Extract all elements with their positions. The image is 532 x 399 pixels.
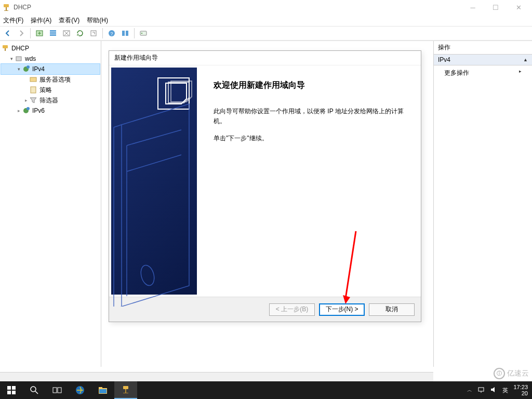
- tree-server-options[interactable]: 服务器选项: [1, 74, 100, 85]
- menu-help[interactable]: 帮助(H): [87, 16, 108, 25]
- network-icon[interactable]: [477, 386, 485, 394]
- svg-rect-40: [123, 386, 128, 389]
- ie-button[interactable]: [69, 381, 91, 399]
- tree-root[interactable]: DHCP: [1, 43, 100, 54]
- show-hide-icon[interactable]: [119, 28, 131, 39]
- delete-icon[interactable]: [61, 28, 72, 39]
- svg-rect-39: [99, 389, 107, 393]
- svg-rect-31: [12, 391, 16, 394]
- actions-section-ipv4[interactable]: IPv4 ▲: [434, 55, 532, 65]
- horizontal-scrollbar[interactable]: [0, 372, 433, 381]
- export-icon[interactable]: [88, 28, 99, 39]
- dialog-title: 新建作用域向导: [109, 51, 421, 65]
- svg-rect-6: [50, 34, 56, 36]
- caret-right-icon[interactable]: ▸: [16, 108, 22, 113]
- svg-point-32: [31, 387, 36, 392]
- svg-rect-13: [140, 31, 147, 35]
- actions-header: 操作: [434, 41, 532, 55]
- wizard-body-1: 此向导可帮助你设置一个作用域，以便将 IP 地址分发给网络上的计算机。: [214, 107, 406, 126]
- toolbar: ?: [0, 26, 532, 41]
- svg-rect-41: [125, 389, 126, 393]
- cancel-button[interactable]: 取消: [369, 303, 415, 316]
- close-button[interactable]: ✕: [507, 0, 530, 15]
- svg-rect-29: [12, 386, 16, 390]
- window-title: DHCP: [14, 4, 31, 11]
- tray-chevron-icon[interactable]: ︿: [467, 387, 472, 394]
- ime-indicator[interactable]: 英: [502, 387, 508, 394]
- svg-rect-4: [50, 30, 56, 32]
- svg-rect-43: [478, 388, 484, 391]
- dhcp-task-button[interactable]: [114, 381, 137, 399]
- dhcp-root-icon: [1, 44, 9, 52]
- svg-line-33: [35, 391, 38, 394]
- svg-rect-0: [4, 4, 9, 7]
- svg-point-23: [26, 107, 30, 110]
- tree-filters[interactable]: ▸ 筛选器: [1, 95, 100, 105]
- svg-rect-17: [16, 57, 21, 61]
- minimize-button[interactable]: ─: [461, 0, 484, 15]
- maximize-button[interactable]: ☐: [484, 0, 507, 15]
- clock[interactable]: 17:23 20: [513, 384, 528, 396]
- svg-rect-38: [99, 387, 102, 389]
- dhcp-app-icon: [2, 3, 10, 11]
- svg-rect-2: [4, 10, 8, 11]
- forward-button[interactable]: [16, 28, 27, 39]
- wizard-heading: 欢迎使用新建作用域向导: [214, 80, 406, 91]
- svg-rect-35: [58, 388, 61, 393]
- server-icon: [15, 55, 23, 63]
- svg-rect-34: [53, 388, 57, 393]
- tree-server[interactable]: ▾ wds: [1, 54, 100, 64]
- collapse-icon[interactable]: ▲: [523, 57, 528, 62]
- svg-rect-30: [7, 391, 11, 394]
- svg-rect-20: [30, 77, 36, 82]
- wizard-body-2: 单击"下一步"继续。: [214, 134, 406, 143]
- svg-rect-8: [91, 31, 96, 36]
- next-button[interactable]: 下一步(N) >: [319, 303, 365, 316]
- explorer-button[interactable]: [91, 381, 114, 399]
- help-icon[interactable]: ?: [106, 28, 117, 39]
- tree-ipv6[interactable]: ▸ IPv6: [1, 105, 100, 116]
- svg-rect-21: [31, 87, 36, 93]
- svg-rect-42: [123, 393, 128, 393]
- server-status-icon[interactable]: [138, 28, 149, 39]
- start-button[interactable]: [0, 381, 23, 399]
- window-titlebar: DHCP ─ ☐ ✕: [0, 0, 532, 15]
- tree-view[interactable]: DHCP ▾ wds ▾ IPv4 服务器选项 策略 ▸ 筛选器 ▸: [0, 41, 101, 367]
- svg-rect-5: [50, 32, 56, 34]
- menu-bar: 文件(F) 操作(A) 查看(V) 帮助(H): [0, 15, 532, 26]
- new-scope-wizard-dialog: 新建作用域向导 欢迎使用新建作用域向: [109, 50, 421, 322]
- search-button[interactable]: [23, 381, 46, 399]
- back-button[interactable]: [2, 28, 14, 39]
- svg-rect-16: [5, 48, 6, 51]
- ipv6-icon: [22, 107, 30, 115]
- volume-icon[interactable]: [490, 386, 497, 394]
- caret-down-icon[interactable]: ▾: [16, 66, 22, 72]
- filters-icon: [29, 96, 37, 104]
- svg-point-14: [141, 33, 142, 34]
- tree-ipv4[interactable]: ▾ IPv4: [1, 64, 100, 74]
- policies-icon: [29, 86, 37, 94]
- svg-rect-12: [126, 31, 128, 36]
- options-icon: [29, 75, 37, 84]
- menu-file[interactable]: 文件(F): [3, 16, 23, 25]
- task-view-button[interactable]: [46, 381, 69, 399]
- taskbar[interactable]: ︿ 英 17:23 20: [0, 381, 532, 399]
- tree-policies[interactable]: 策略: [1, 85, 100, 95]
- actions-more[interactable]: 更多操作: [434, 65, 532, 81]
- properties-icon[interactable]: [47, 28, 59, 39]
- caret-right-icon[interactable]: ▸: [23, 98, 29, 103]
- watermark-logo-icon: ⓘ: [494, 368, 505, 379]
- svg-rect-28: [7, 386, 11, 390]
- svg-point-19: [26, 65, 30, 69]
- caret-down-icon[interactable]: ▾: [8, 56, 15, 61]
- wizard-graphic: [111, 68, 197, 295]
- svg-point-25: [139, 264, 156, 287]
- ipv4-icon: [22, 65, 30, 73]
- refresh-icon[interactable]: [74, 28, 86, 39]
- new-window-icon[interactable]: [34, 28, 45, 39]
- menu-view[interactable]: 查看(V): [59, 16, 79, 25]
- watermark: ⓘ 亿速云: [494, 368, 529, 379]
- svg-rect-11: [122, 31, 125, 36]
- actions-pane: 操作 IPv4 ▲ 更多操作: [433, 41, 532, 367]
- menu-action[interactable]: 操作(A): [31, 16, 51, 25]
